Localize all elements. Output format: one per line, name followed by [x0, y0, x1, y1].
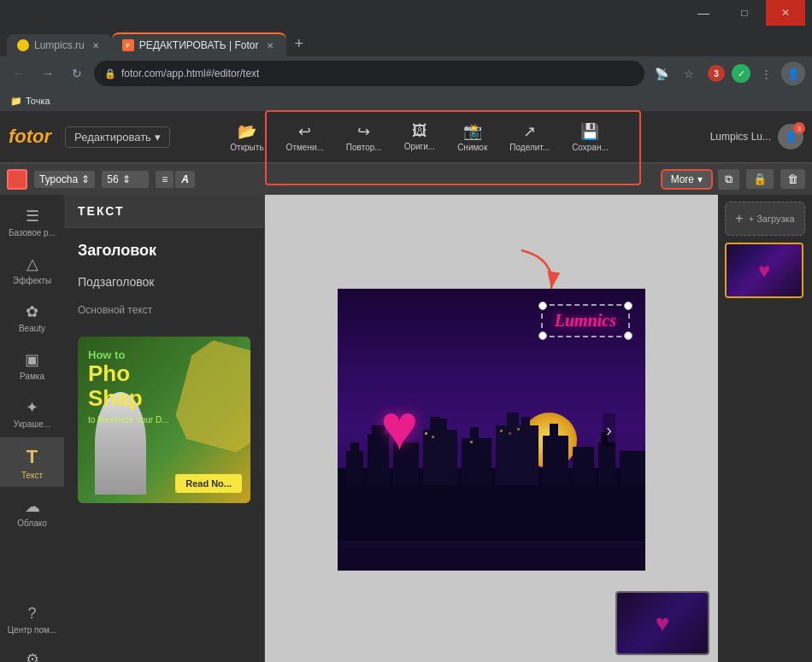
tab-close-lumpics[interactable]: ✕	[90, 39, 102, 51]
tab-close-fotor[interactable]: ✕	[264, 39, 276, 51]
original-label: Ориги...	[404, 142, 436, 151]
resize-handle-bl[interactable]	[538, 331, 547, 340]
extension-red[interactable]: 3	[704, 62, 728, 85]
svg-rect-28	[338, 541, 645, 571]
address-bar[interactable]: 🔒 fotor.com/app.html#/editor/text	[94, 61, 644, 86]
edit-dropdown[interactable]: Редактировать ▾	[65, 126, 170, 148]
text-options-bar: Туросha ⇕ 56 ⇕ ≡ A More ▾ ⧉ 🔒 🗑	[0, 162, 812, 195]
share-label: Поделит...	[509, 143, 550, 152]
delete-button[interactable]: 🗑	[780, 169, 805, 189]
settings-icon: ⚙	[26, 650, 39, 662]
plus-icon: +	[735, 211, 743, 226]
sidebar-item-effects[interactable]: △ Эффекты	[0, 246, 64, 292]
subheading-option[interactable]: Подзаголовок	[78, 272, 250, 292]
sidebar-item-beauty[interactable]: ✿ Beauty	[0, 294, 64, 340]
copy-button[interactable]: ⧉	[718, 169, 739, 190]
svg-rect-18	[573, 447, 594, 485]
svg-rect-9	[430, 417, 440, 431]
toolbar-open[interactable]: 📂 Открыть	[220, 119, 274, 155]
preview-headline1: How to	[88, 349, 168, 361]
undo-icon: ↩	[298, 122, 311, 141]
chevron-icon-size: ⇕	[122, 173, 131, 185]
extension-green[interactable]: ✓	[732, 64, 750, 83]
font-size-value: 56	[107, 173, 118, 185]
toolbar-actions: 📂 Открыть ↩ Отмени... ↪ Повтор... 🖼 Ориг…	[220, 119, 618, 155]
toolbar-original[interactable]: 🖼 Ориги...	[394, 119, 446, 155]
menu-dots[interactable]: ⋮	[754, 62, 778, 85]
toolbar-undo[interactable]: ↩ Отмени...	[276, 119, 334, 155]
window-maximize[interactable]: □	[725, 0, 764, 26]
font-size-selector[interactable]: 56 ⇕	[102, 171, 149, 188]
sidebar-item-cloud[interactable]: ☁ Облако	[0, 489, 64, 535]
scroll-right-button[interactable]: ›	[603, 413, 615, 446]
mini-preview[interactable]: ♥	[615, 591, 709, 655]
resize-handle-tl[interactable]	[538, 302, 547, 310]
upload-button[interactable]: + + Загрузка	[725, 202, 805, 236]
svg-rect-19	[598, 442, 615, 485]
upload-label: + Загрузка	[749, 214, 795, 224]
text-align-buttons: ≡ A	[156, 171, 195, 188]
toolbar-save[interactable]: 💾 Сохран...	[562, 119, 619, 155]
resize-handle-tr[interactable]	[624, 302, 633, 310]
toolbar-snapshot[interactable]: 📸 Снимок	[447, 119, 497, 155]
canvas-text-box[interactable]: Lumnics	[541, 304, 630, 337]
thumbnail-image: ♥	[727, 244, 802, 296]
panel-title: ТЕКСТ	[78, 204, 125, 218]
sample-preview[interactable]: How to Pho Shap to Maximize Your D... Re…	[78, 337, 250, 503]
more-button[interactable]: More ▾	[662, 171, 711, 188]
bookmark-точка[interactable]: 📁 Точка	[10, 96, 50, 107]
stroke-button[interactable]: A	[175, 171, 195, 188]
sidebar-item-frame[interactable]: ▣ Рамка	[0, 342, 64, 388]
sidebar-item-help[interactable]: ? Центр пом...	[0, 596, 64, 641]
lock-button[interactable]: 🔒	[746, 169, 774, 189]
new-tab-button[interactable]: +	[286, 32, 313, 56]
tab-fotor[interactable]: F РЕДАКТИРОВАТЬ | Fotor ✕	[112, 32, 286, 56]
resize-handle-br[interactable]	[624, 331, 633, 340]
redo-label: Повтор...	[346, 143, 382, 152]
mini-preview-heart: ♥	[656, 610, 670, 637]
svg-rect-21	[620, 451, 645, 485]
align-left-button[interactable]: ≡	[156, 171, 174, 188]
sidebar-item-text[interactable]: T Текст	[0, 437, 64, 487]
svg-rect-17	[550, 424, 558, 437]
beauty-icon: ✿	[26, 302, 38, 321]
effects-icon: △	[26, 255, 38, 273]
basic-icon: ☰	[26, 207, 39, 226]
window-minimize[interactable]: —	[684, 0, 723, 26]
sidebar-item-decor[interactable]: ✦ Украше...	[0, 390, 64, 436]
app-toolbar: fotor Редактировать ▾ 📂 Открыть ↩ Отмени…	[0, 111, 812, 162]
canvas[interactable]: ♥ Lumnics	[338, 289, 645, 571]
body-option[interactable]: Основной текст	[78, 301, 250, 319]
text-color-swatch[interactable]	[7, 169, 27, 190]
toolbar-share[interactable]: ↗ Поделит...	[499, 119, 560, 155]
font-selector[interactable]: Туросha ⇕	[34, 171, 95, 188]
user-avatar[interactable]: 👤	[781, 62, 805, 85]
reload-button[interactable]: ↻	[65, 62, 89, 85]
sidebar-item-basic[interactable]: ☰ Базовое р...	[0, 198, 64, 244]
open-icon: 📂	[238, 122, 256, 141]
back-button[interactable]: ←	[7, 62, 31, 85]
canvas-area: ♥ Lumnics ›	[265, 195, 718, 662]
svg-rect-11	[462, 438, 491, 485]
forward-button[interactable]: →	[36, 62, 60, 85]
svg-rect-23	[432, 436, 434, 438]
image-thumbnail[interactable]: ♥	[725, 243, 803, 298]
svg-rect-3	[350, 442, 359, 453]
bookmark-button[interactable]: ☆	[677, 62, 701, 85]
heading-option[interactable]: Заголовок	[78, 238, 250, 263]
tab-lumpics[interactable]: Lumpics.ru ✕	[7, 34, 112, 56]
left-panel: ТЕКСТ Заголовок Подзаголовок Основной те…	[64, 195, 265, 662]
original-icon: 🖼	[412, 122, 427, 140]
user-avatar-app[interactable]: 👤 3	[778, 124, 803, 149]
open-label: Открыть	[230, 143, 263, 152]
sidebar-item-label-cloud: Облако	[17, 518, 47, 528]
window-close[interactable]: ✕	[766, 0, 805, 26]
cast-button[interactable]: 📡	[650, 62, 674, 85]
toolbar-redo[interactable]: ↪ Повтор...	[336, 119, 392, 155]
svg-rect-13	[496, 425, 538, 485]
preview-cta[interactable]: Read No...	[175, 474, 242, 493]
help-icon: ?	[27, 605, 36, 623]
preview-headline3: Shap	[88, 386, 168, 411]
sidebar-item-settings[interactable]: ⚙ Настройки	[0, 641, 64, 662]
save-label: Сохран...	[572, 143, 609, 152]
